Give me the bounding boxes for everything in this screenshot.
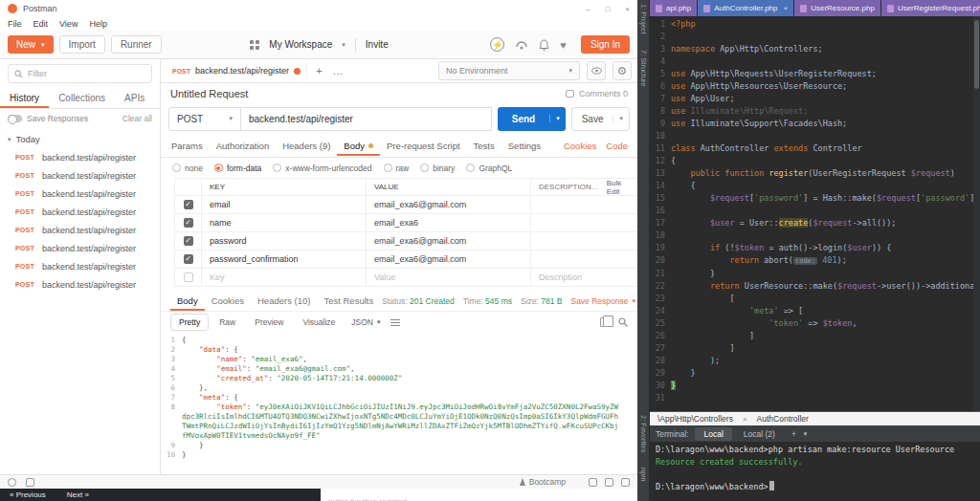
new-button[interactable]: New ▾ (8, 35, 54, 54)
table-cell-value[interactable]: email_exa6 (367, 214, 531, 231)
close-tab-icon[interactable]: × (784, 4, 789, 12)
runner-button[interactable]: Runner (111, 35, 162, 54)
new-terminal-button[interactable]: + (787, 429, 801, 439)
response-body[interactable]: 1{2 "data": {3 "name": "email_exa6",4 "e… (161, 333, 637, 474)
history-item[interactable]: POSTbackend.test/api/register (0, 203, 160, 221)
checkbox-checked[interactable]: ✓ (184, 200, 193, 209)
response-format-selector[interactable]: JSON ▾ (351, 317, 380, 327)
response-tab-cookies[interactable]: Cookies (205, 291, 251, 311)
history-item[interactable]: POSTbackend.test/api/register (0, 221, 160, 239)
body-type-binary[interactable]: binary (420, 163, 455, 173)
open-request-tab[interactable]: POST backend.test/api/register (167, 63, 307, 78)
menu-item-file[interactable]: File (8, 19, 22, 29)
checkbox-checked[interactable]: ✓ (184, 236, 193, 246)
table-cell-key[interactable]: password (202, 232, 367, 250)
request-tab-settings[interactable]: Settings (501, 136, 547, 156)
bulk-edit-link[interactable]: Bulk Edit (607, 179, 630, 195)
response-tab-headers-10[interactable]: Headers (10) (251, 291, 317, 311)
history-item[interactable]: POSTbackend.test/api/register (0, 185, 160, 203)
history-item[interactable]: POSTbackend.test/api/register (0, 148, 160, 166)
tool-button-7-structure[interactable]: 7: Structure (639, 50, 648, 87)
caret-down-icon[interactable]: ▾ (804, 430, 808, 438)
more-icon[interactable]: … (591, 183, 599, 191)
editor-tab-api-php[interactable]: api.php (650, 0, 698, 16)
checkbox-checked[interactable]: ✓ (184, 218, 193, 228)
table-cell-description-placeholder[interactable]: Description (531, 269, 637, 286)
view-tab-preview[interactable]: Preview (246, 314, 292, 331)
trash-icon[interactable] (621, 478, 630, 487)
workspace-switcher[interactable]: My Workspace ▾ Invite (250, 38, 388, 52)
response-tab-test-results[interactable]: Test Results (317, 291, 380, 311)
table-cell-description[interactable] (531, 196, 637, 213)
shortcuts-icon[interactable] (26, 478, 34, 487)
table-cell-key[interactable]: name (202, 214, 367, 231)
table-cell-description[interactable] (531, 250, 637, 268)
url-input[interactable]: backend.test/api/register (241, 107, 492, 131)
menu-item-view[interactable]: View (59, 19, 78, 29)
filter-input[interactable]: Filter (8, 64, 152, 83)
request-tab-headers-9[interactable]: Headers (9) (276, 136, 337, 156)
close-button[interactable]: × (625, 5, 630, 13)
sidebar-tab-apis[interactable]: APIs (115, 88, 154, 108)
editor-tab-authcontroller-php[interactable]: AuthController.php× (698, 0, 794, 16)
capture-requests-icon[interactable]: ⚡ (490, 37, 504, 52)
table-cell-key[interactable]: email (202, 196, 367, 213)
method-selector[interactable]: POST ▾ (168, 107, 241, 131)
body-type-form-data[interactable]: form-data (214, 163, 261, 173)
previous-link[interactable]: « Previous (10, 490, 46, 499)
maximize-button[interactable]: □ (605, 5, 610, 13)
breadcrumb-file[interactable]: AuthController (757, 414, 809, 424)
scrollbar-thumb[interactable] (974, 20, 979, 89)
tab-options-icon[interactable]: … (331, 65, 345, 76)
checkbox-checked[interactable]: ✓ (184, 254, 193, 264)
request-tab-authorization[interactable]: Authorization (210, 136, 276, 156)
send-button[interactable]: Send ▾ (498, 107, 566, 131)
table-cell-key-placeholder[interactable]: Key (202, 269, 367, 286)
import-button[interactable]: Import (59, 35, 105, 54)
code-link[interactable]: Code (606, 141, 628, 151)
request-tab-pre-request-script[interactable]: Pre-request Script (380, 136, 467, 156)
body-type-none[interactable]: none (172, 163, 203, 173)
history-group-today[interactable]: ▾ Today (0, 128, 160, 148)
table-cell-value[interactable]: email_exa6@gmail.com (367, 196, 531, 213)
sidebar-tab-history[interactable]: History (0, 88, 49, 108)
request-tab-params[interactable]: Params (165, 136, 210, 156)
table-cell-key[interactable]: password_confirmation (202, 250, 367, 268)
invite-button[interactable]: Invite (366, 39, 389, 50)
settings-button[interactable] (612, 61, 632, 80)
save-responses-toggle[interactable] (8, 115, 22, 122)
tool-button-npm[interactable]: npm (639, 468, 648, 482)
history-item[interactable]: POSTbackend.test/api/register (0, 239, 160, 257)
close-icon[interactable]: × (743, 415, 747, 424)
next-link[interactable]: Next » (67, 490, 89, 499)
wrap-text-icon[interactable] (390, 319, 400, 326)
tool-button-2-favorites[interactable]: 2: Favorites (639, 415, 648, 452)
menu-item-help[interactable]: Help (89, 19, 107, 29)
history-item[interactable]: POSTbackend.test/api/register (0, 275, 160, 294)
heart-icon[interactable]: ♥ (560, 39, 567, 51)
body-type-graphql[interactable]: GraphQL (466, 163, 512, 173)
save-response-button[interactable]: Save Response▾ (570, 296, 635, 306)
menu-item-edit[interactable]: Edit (33, 19, 49, 29)
editor-tab-userresource-php[interactable]: UserResource.php (794, 0, 881, 16)
view-tab-raw[interactable]: Raw (211, 314, 244, 331)
search-response-icon[interactable] (618, 317, 628, 327)
editor-tab-userregisterrequest-php[interactable]: UserRegisterRequest.php (881, 0, 980, 16)
table-cell-description[interactable] (531, 214, 637, 231)
request-tab-tests[interactable]: Tests (467, 136, 501, 156)
sidebar-tab-collections[interactable]: Collections (49, 88, 115, 108)
environment-quick-look-button[interactable] (587, 61, 606, 80)
checkbox-unchecked[interactable] (184, 272, 193, 282)
save-button[interactable]: Save ▾ (571, 107, 630, 131)
table-cell-description[interactable] (531, 232, 637, 250)
bootcamp-button[interactable]: Bootcamp (520, 477, 566, 487)
environment-selector[interactable]: No Environment ▾ (438, 61, 580, 80)
table-cell-value-placeholder[interactable]: Value (367, 269, 531, 286)
help-icon[interactable] (8, 478, 16, 487)
response-tab-body[interactable]: Body (170, 291, 205, 311)
notifications-bell-icon[interactable] (539, 39, 549, 51)
cookies-link[interactable]: Cookies (564, 141, 596, 151)
clear-all-button[interactable]: Clear all (122, 114, 152, 123)
table-cell-value[interactable]: email_exa6@gmail.com (367, 250, 531, 268)
code-editor[interactable]: 1<?php2 3namespace App\Http\Controllers;… (650, 16, 980, 411)
